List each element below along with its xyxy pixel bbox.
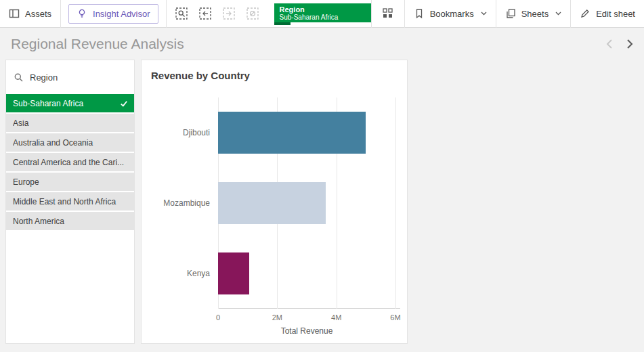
qlik-app-window: { "toolbar": { "assets_label": "Assets",… [0, 0, 644, 352]
previous-sheet-button[interactable] [601, 35, 620, 53]
sheet-title-bar: Regional Revenue Analysis [0, 28, 644, 60]
bar-row: Kenya [147, 238, 395, 309]
selection-chip: Region Sub-Saharan Africa [274, 3, 371, 22]
bookmarks-label: Bookmarks [430, 9, 474, 19]
filter-pane-region: Region Sub-Saharan AfricaAsiaAustralia a… [5, 60, 135, 344]
x-tick: 2M [272, 313, 282, 322]
filter-item-label: Sub-Saharan Africa [13, 99, 120, 108]
next-sheet-button[interactable] [620, 35, 639, 53]
assets-button[interactable]: Assets [0, 0, 60, 27]
pencil-icon [580, 8, 591, 19]
bar-row: Mozambique [147, 168, 395, 238]
selection-chip-region[interactable]: Region Sub-Saharan Africa [274, 0, 371, 28]
selections-tool-button[interactable] [171, 4, 192, 24]
filter-item-label: Central America and the Cari... [13, 158, 128, 167]
toolbar-separator [371, 0, 372, 28]
sheets-label: Sheets [521, 9, 549, 19]
sheet-title: Regional Revenue Analysis [11, 36, 601, 52]
filter-item[interactable]: Asia [6, 114, 134, 132]
category-label: Djibouti [147, 128, 218, 137]
x-axis-title: Total Revenue [218, 326, 395, 336]
bar-track [218, 97, 395, 168]
edit-sheet-button[interactable]: Edit sheet [571, 0, 644, 27]
chevron-down-icon [555, 12, 561, 16]
filter-item-label: North America [13, 217, 128, 226]
filter-item[interactable]: North America [6, 212, 134, 230]
filter-item[interactable]: Central America and the Cari... [6, 153, 134, 171]
category-label: Mozambique [147, 198, 218, 208]
filter-item-label: Australia and Oceania [13, 138, 128, 148]
search-icon [14, 72, 24, 83]
x-tick: 4M [331, 313, 341, 322]
filter-pane-header[interactable]: Region [6, 60, 134, 94]
filter-item-label: Europe [13, 177, 128, 187]
chart-title: Revenue by Country [142, 60, 407, 81]
filter-list: Sub-Saharan AfricaAsiaAustralia and Ocea… [6, 94, 134, 230]
bookmarks-button[interactable]: Bookmarks [405, 0, 496, 27]
category-label: Kenya [147, 269, 218, 278]
toolbar-separator [60, 0, 61, 28]
chart-revenue-by-country: Revenue by Country DjiboutiMozambiqueKen… [141, 60, 408, 344]
filter-field-title: Region [30, 72, 58, 83]
bar-kenya[interactable] [218, 252, 249, 294]
toolbar-right-group: Bookmarks Sheets Edit sheet [371, 0, 644, 27]
gridline [395, 97, 396, 309]
bar-djibouti[interactable] [218, 112, 366, 154]
clear-selections-icon[interactable] [242, 4, 263, 24]
selection-chip-field: Region [280, 5, 366, 14]
selection-chip-accent-bar [274, 22, 291, 25]
filter-item[interactable]: Sub-Saharan Africa [6, 94, 134, 112]
filter-item-label: Middle East and North Africa [13, 197, 128, 206]
filter-item-label: Asia [13, 118, 128, 128]
chart-plot: DjiboutiMozambiqueKenya [147, 97, 395, 309]
insight-advisor-button[interactable]: Insight Advisor [68, 4, 158, 24]
bar-track [218, 168, 395, 238]
selection-chip-value: Sub-Saharan Africa [280, 14, 366, 22]
top-toolbar: Assets Insight Advisor Region Sub-Sahara… [0, 0, 644, 28]
edit-sheet-label: Edit sheet [596, 9, 635, 19]
step-back-icon[interactable] [195, 4, 216, 24]
filter-item[interactable]: Middle East and North Africa [6, 192, 134, 211]
assets-label: Assets [25, 9, 51, 19]
bar-row: Djibouti [147, 97, 395, 168]
x-tick: 6M [390, 313, 400, 322]
lightbulb-icon [77, 8, 87, 19]
insight-advisor-label: Insight Advisor [93, 9, 150, 19]
step-forward-icon[interactable] [219, 4, 240, 24]
selection-tools [167, 4, 268, 24]
assets-panel-icon [9, 8, 20, 19]
sheets-icon [505, 8, 516, 19]
x-axis: 02M4M6M [147, 309, 395, 324]
bookmark-icon [414, 8, 425, 19]
filter-item[interactable]: Europe [6, 173, 134, 191]
grid-view-icon[interactable] [373, 4, 403, 24]
filter-item[interactable]: Australia and Oceania [6, 133, 134, 152]
bar-mozambique[interactable] [218, 182, 326, 224]
chevron-down-icon [481, 12, 487, 16]
bar-track [218, 238, 395, 309]
checkmark-icon [120, 100, 128, 108]
sheets-button[interactable]: Sheets [496, 0, 570, 27]
x-tick: 0 [216, 313, 220, 322]
